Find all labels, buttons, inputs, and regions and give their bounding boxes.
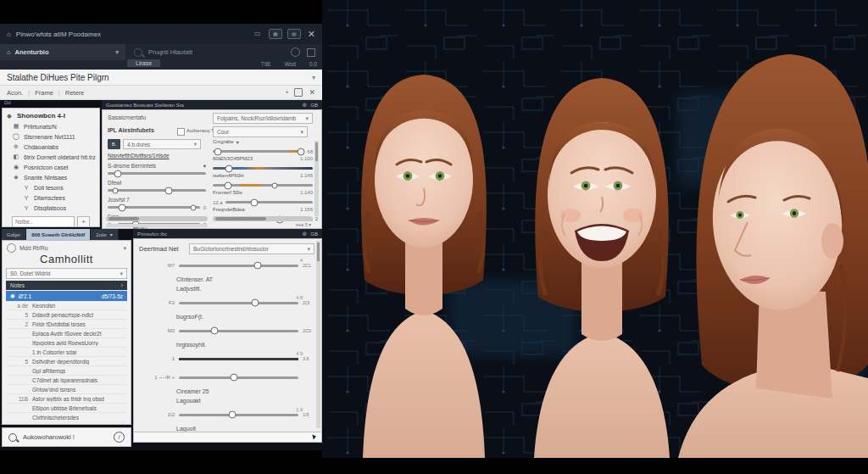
add-button[interactable]: + [77, 216, 90, 227]
workspace-icon[interactable]: ▤ [287, 29, 301, 39]
outliner-item[interactable]: ◈Snante Nintsaes [5, 172, 97, 182]
v-scrollbar[interactable] [314, 141, 319, 216]
slider-track[interactable] [213, 150, 304, 153]
color-dropdown[interactable]: Cour ▾ [213, 126, 308, 137]
h-scrollbar[interactable] [106, 216, 208, 221]
chevron-down-icon[interactable]: ▾ [123, 245, 126, 252]
menu-item-acon[interactable]: Acon. [7, 89, 23, 97]
slider-handle-2[interactable] [272, 182, 278, 188]
library-item[interactable]: 5Ddavdt pemacrtspe-ndlct [6, 310, 127, 320]
slider-track[interactable] [179, 358, 298, 360]
outliner-item[interactable]: YDtsgllatsoos [5, 203, 97, 213]
slider-handle[interactable] [230, 374, 237, 382]
slider-handle[interactable] [214, 148, 222, 155]
slider-handle[interactable] [164, 187, 172, 194]
library-item[interactable]: 5Dslfvdher dependtordlg [6, 357, 127, 366]
library-tab-0[interactable]: Gdtjer [2, 229, 26, 240]
h-scrollbar-2[interactable] [106, 224, 208, 227]
tab-active[interactable]: ⌂ Anenturblo ▾ [0, 44, 125, 60]
outliner-name-input[interactable] [12, 216, 75, 227]
close-icon[interactable]: ✕ [308, 29, 315, 40]
slider-ring[interactable] [297, 148, 304, 155]
library-tab-1[interactable]: 806 Soweth GlrtHcNtlf [26, 229, 91, 240]
outliner-item[interactable]: YDfamsctees [5, 192, 97, 203]
slider-handle-2[interactable] [113, 187, 119, 193]
slider-track[interactable] [179, 414, 298, 416]
h-scrollbar-right[interactable] [213, 216, 313, 221]
library-item[interactable]: 2Firldr fDvtdtdtal lsrses [6, 320, 127, 329]
library-item[interactable]: Clxthnlschetersdes [6, 413, 127, 422]
slider-track[interactable] [108, 206, 200, 209]
tool-button[interactable]: B. [108, 139, 120, 149]
world-dropdown[interactable]: S0. Dotet Wldrld ▾ [6, 268, 127, 279]
slider-handle-2[interactable] [191, 204, 197, 210]
settings-icon[interactable] [291, 47, 300, 57]
tool-dropdown[interactable]: 4.b.dures ▾ [123, 139, 201, 149]
slider-track[interactable] [213, 184, 313, 187]
library-item[interactable]: Ifqvpotes avld RoewsUorry [6, 338, 127, 348]
slider-track[interactable] [108, 172, 206, 175]
slider-track[interactable] [179, 376, 298, 379]
library-item[interactable]: a deKeonolsn [6, 301, 127, 310]
slider-handle[interactable] [114, 170, 121, 177]
chevron-down-icon[interactable]: ▾ [312, 74, 315, 81]
minimize-icon[interactable]: ▭ [252, 30, 264, 38]
selected-row[interactable]: ◉ Ø'2.1 d5/73-5z [6, 291, 127, 301]
library-item[interactable]: Gpi aRtlemgs [6, 366, 127, 376]
slider-handle[interactable] [211, 327, 219, 335]
checkbox[interactable] [177, 128, 185, 136]
library-item[interactable]: Eplaca Avdtr fSovee deckr2t [6, 329, 127, 338]
info-icon[interactable]: i [114, 432, 125, 443]
layout-icon[interactable]: ▦ [269, 29, 282, 39]
library-item[interactable]: C7dinet ab lspearensdnals [6, 376, 127, 385]
slider-handle[interactable] [225, 165, 232, 172]
slider-track[interactable] [179, 302, 298, 304]
slider-handle[interactable] [250, 198, 258, 206]
chevron-down-icon[interactable]: ▾ [203, 163, 206, 170]
slider-handle[interactable] [254, 262, 262, 270]
slider-track[interactable] [108, 189, 206, 192]
modifier-link[interactable]: NisrvtefthDtvtftsrs/1rtisde [108, 153, 170, 159]
viewport[interactable] [322, 0, 868, 458]
outliner-item[interactable]: YDoli tesons [5, 182, 97, 192]
close-panel-icon[interactable]: ✕ [309, 88, 315, 97]
source-dropdown[interactable]: Folpains, Nock/Roz/Idilovridamb ▾ [213, 113, 313, 124]
window-icon[interactable] [294, 88, 303, 97]
outliner-root[interactable]: ◆ Shonowbcn 4-I [5, 110, 97, 121]
library-item[interactable]: E6lpon ubtdse Brlenefoals [6, 404, 127, 413]
outliner-item[interactable]: ◯Stsrnenare Nvt1111 [5, 131, 97, 142]
v-scrollbar[interactable] [316, 241, 320, 428]
slider-track[interactable] [179, 265, 298, 267]
expand-icon[interactable] [307, 48, 315, 57]
library-search-input[interactable] [21, 432, 101, 442]
slider-label: 60tEN3O45PM23 [213, 156, 253, 164]
library-tab-2[interactable]: 2olw ▾ [91, 229, 118, 240]
slider-handle[interactable] [224, 181, 231, 189]
search-input[interactable] [147, 47, 260, 57]
history-icon[interactable]: ◔ [284, 88, 288, 97]
library-item[interactable]: Casurlriry/ttupsi renwnsl [6, 422, 127, 425]
library-item[interactable]: Ghtow'dnd tsnsns [6, 385, 127, 394]
chevron-down-icon[interactable]: ▾ [236, 139, 239, 147]
menu-item-retere[interactable]: Retere [65, 89, 85, 97]
chevron-right-icon[interactable]: › [121, 282, 123, 288]
slider-handle[interactable] [252, 299, 259, 307]
library-item[interactable]: 11BAslor wytbtx as thtdr lng obsd [6, 394, 127, 404]
outliner-item[interactable]: ◉Posnicicon caset [5, 162, 97, 172]
slider-handle[interactable] [119, 204, 126, 211]
slider-handle[interactable] [229, 411, 236, 419]
mode-chip[interactable]: Lirase [127, 59, 160, 67]
chevron-down-icon[interactable]: ▾ [309, 222, 311, 227]
gear-icon[interactable]: ⊛ [302, 231, 307, 237]
library-item[interactable]: 1 in Colsorler sdar [6, 348, 127, 357]
slider-track[interactable] [179, 330, 298, 332]
outliner-item[interactable]: ▦Pritrtunats/N [5, 121, 97, 131]
gear-icon[interactable]: ⊛ [302, 102, 307, 109]
net-dropdown[interactable]: BuGictorloncrtnestnd/ntosucior ▾ [189, 243, 314, 254]
slider-track[interactable] [213, 167, 313, 170]
modifiers-right-column: Cmgrabe▾6860tEN3O45PM231.100tseben4P60H1… [211, 139, 320, 228]
slider-track[interactable] [225, 201, 313, 204]
outliner-item[interactable]: ⊕Chdaoaniabs [5, 142, 97, 152]
outliner-item[interactable]: ◧6trix Dornett oldetard htt.trz [5, 152, 97, 162]
menu-item-frame[interactable]: Frame [35, 89, 53, 97]
